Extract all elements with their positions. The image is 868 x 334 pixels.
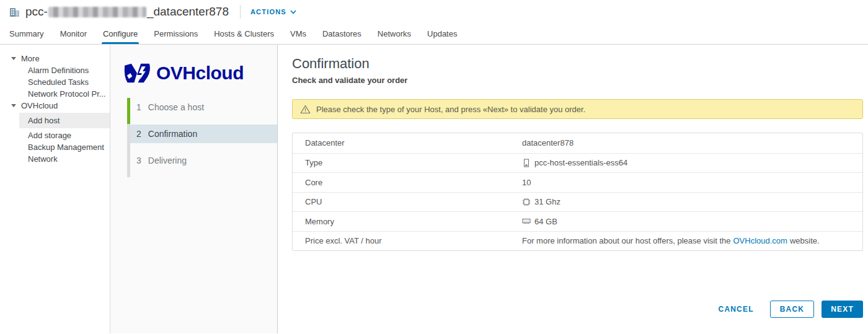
sidebar-item-scheduled-tasks[interactable]: Scheduled Tasks xyxy=(0,76,110,88)
sidebar-item-alarm-definitions[interactable]: Alarm Definitions xyxy=(0,64,110,76)
tab-vms[interactable]: VMs xyxy=(282,24,314,44)
wizard-step-panel: OVHcloud 1 Choose a host 2 Confirmation … xyxy=(110,45,278,333)
tab-datastores[interactable]: Datastores xyxy=(314,24,370,44)
row-label: Core xyxy=(293,178,522,187)
row-value: datacenter878 xyxy=(522,138,574,147)
price-info-after: website. xyxy=(790,236,820,245)
sidebar-item-add-storage[interactable]: Add storage xyxy=(0,130,110,141)
ovhcloud-brand: OVHcloud xyxy=(123,58,277,88)
wizard-step-choose-host[interactable]: 1 Choose a host xyxy=(127,98,277,116)
wizard-steps: 1 Choose a host 2 Confirmation 3 Deliver… xyxy=(127,98,277,170)
title-prefix: pcc- xyxy=(25,5,48,19)
step-number: 1 xyxy=(136,102,141,112)
tab-networks[interactable]: Networks xyxy=(370,24,419,44)
next-button[interactable]: NEXT xyxy=(822,301,863,318)
table-row: Price excl. VAT / hour For more informat… xyxy=(293,231,862,251)
configure-sidebar: More Alarm Definitions Scheduled Tasks N… xyxy=(0,45,110,333)
warning-text: Please check the type of your Host, and … xyxy=(316,105,585,114)
page-title: pcc-_datacenter878 xyxy=(25,5,229,19)
redacted-title-segment xyxy=(48,7,146,17)
row-value: 31 Ghz xyxy=(534,197,560,206)
title-suffix: _datacenter878 xyxy=(147,5,229,19)
step-track xyxy=(127,124,130,177)
row-label: Memory xyxy=(293,217,522,226)
memory-icon xyxy=(522,217,531,226)
row-label: Price excl. VAT / hour xyxy=(293,236,522,245)
table-row: Type pcc-host-essentials-ess64 xyxy=(293,153,862,173)
step-number: 3 xyxy=(136,156,141,165)
tree-group-label: OVHcloud xyxy=(21,101,58,110)
caret-down-icon xyxy=(11,104,16,107)
ovhcloud-com-link[interactable]: OVHcloud.com xyxy=(733,236,787,245)
step-progress-bar xyxy=(127,98,130,124)
wizard-step-confirmation[interactable]: 2 Confirmation xyxy=(127,125,277,143)
wizard-footer: CANCEL BACK NEXT xyxy=(292,301,863,318)
row-value: 64 GB xyxy=(534,217,557,226)
tab-summary[interactable]: Summary xyxy=(1,24,52,44)
price-info-before: For more information about our host offe… xyxy=(522,236,730,245)
wizard-step-delivering[interactable]: 3 Delivering xyxy=(127,151,277,170)
back-button[interactable]: BACK xyxy=(770,301,814,318)
tree-group-label: More xyxy=(21,54,40,63)
cancel-button[interactable]: CANCEL xyxy=(710,301,763,318)
step-label: Delivering xyxy=(148,156,187,165)
ovhcloud-logo-icon xyxy=(123,63,151,84)
row-label: Datacenter xyxy=(293,138,522,147)
table-row: Memory 64 GB xyxy=(293,211,862,231)
actions-label: ACTIONS xyxy=(250,8,286,15)
row-value: 10 xyxy=(522,178,531,187)
sidebar-item-add-host[interactable]: Add host xyxy=(19,113,110,128)
row-label: Type xyxy=(293,158,522,167)
tab-permissions[interactable]: Permissions xyxy=(146,24,206,44)
sidebar-item-network[interactable]: Network xyxy=(0,153,110,165)
table-row: Datacenter datacenter878 xyxy=(293,133,862,153)
tab-hosts-clusters[interactable]: Hosts & Clusters xyxy=(206,24,282,44)
row-value: pcc-host-essentials-ess64 xyxy=(534,158,627,167)
sidebar-item-backup-management[interactable]: Backup Management xyxy=(0,141,110,153)
tree-group-more[interactable]: More xyxy=(0,53,110,64)
sidebar-item-network-protocol[interactable]: Network Protocol Pr... xyxy=(0,88,110,100)
row-label: CPU xyxy=(293,197,522,206)
step-label: Choose a host xyxy=(148,102,204,112)
panel-title: Confirmation xyxy=(292,56,863,72)
panel-subtitle: Check and validate your order xyxy=(292,76,863,85)
host-icon xyxy=(522,159,531,167)
object-header: pcc-_datacenter878 ACTIONS xyxy=(0,0,868,24)
table-row: CPU 31 Ghz xyxy=(293,192,862,212)
tab-configure[interactable]: Configure xyxy=(95,24,146,44)
step-number: 2 xyxy=(136,129,141,139)
chevron-down-icon xyxy=(290,10,296,14)
title-divider xyxy=(240,5,241,19)
warning-icon xyxy=(300,105,311,114)
table-row: Core 10 xyxy=(293,172,862,192)
confirmation-panel: Confirmation Check and validate your ord… xyxy=(278,45,868,333)
tab-monitor[interactable]: Monitor xyxy=(52,24,95,44)
caret-down-icon xyxy=(11,57,16,60)
order-summary-table: Datacenter datacenter878 Type pcc-host-e… xyxy=(292,133,863,251)
tree-group-ovhcloud[interactable]: OVHcloud xyxy=(0,100,110,112)
ovhcloud-wordmark: OVHcloud xyxy=(156,63,244,84)
object-tabs: Summary Monitor Configure Permissions Ho… xyxy=(0,24,868,45)
datacenter-icon xyxy=(9,6,20,18)
step-label: Confirmation xyxy=(148,129,197,139)
warning-banner: Please check the type of your Host, and … xyxy=(292,99,863,119)
cpu-icon xyxy=(522,198,531,206)
tab-updates[interactable]: Updates xyxy=(419,24,465,44)
actions-menu-button[interactable]: ACTIONS xyxy=(250,8,296,15)
